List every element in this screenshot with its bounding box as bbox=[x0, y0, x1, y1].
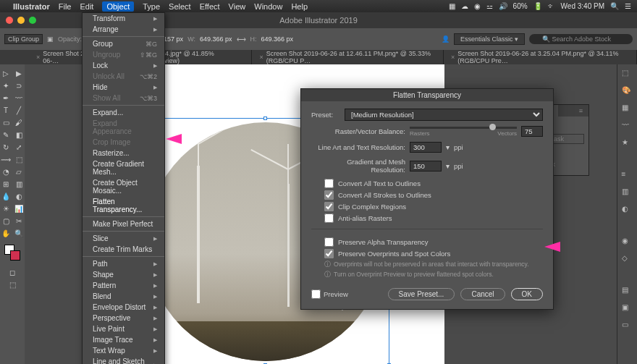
close-icon[interactable]: × bbox=[451, 54, 455, 61]
menu-help[interactable]: Help bbox=[291, 2, 308, 11]
cb-antialias[interactable] bbox=[324, 213, 334, 223]
brush-tool[interactable]: 🖌 bbox=[13, 117, 25, 128]
appearance-icon[interactable]: ◉ bbox=[622, 237, 633, 248]
spotlight-icon[interactable]: 🔍 bbox=[610, 2, 619, 10]
rotate-tool[interactable]: ↻ bbox=[0, 141, 12, 153]
menu-item[interactable]: Line and Sketch Art bbox=[83, 356, 164, 364]
wifi-indicator[interactable]: ᯤ bbox=[548, 2, 555, 10]
menu-item[interactable]: Arrange bbox=[83, 24, 164, 35]
balance-field[interactable] bbox=[521, 126, 543, 137]
menu-item[interactable]: Transform bbox=[83, 13, 164, 24]
menu-item[interactable]: Hide bbox=[83, 82, 164, 93]
swatch-icon[interactable]: ▣ bbox=[47, 35, 54, 43]
menu-item[interactable]: Perspective bbox=[83, 313, 164, 323]
cancel-button[interactable]: Cancel bbox=[460, 288, 505, 300]
cb-stroke-outlines[interactable] bbox=[324, 190, 334, 200]
save-preset-button[interactable]: Save Preset... bbox=[388, 288, 455, 300]
direct-select-tool[interactable]: ▶ bbox=[13, 67, 25, 79]
artboard-tool[interactable]: ▢ bbox=[0, 215, 12, 227]
symbol-tool[interactable]: ☀ bbox=[0, 203, 12, 214]
battery-icon[interactable]: 🔋 bbox=[533, 2, 542, 10]
fill-stroke[interactable] bbox=[4, 245, 20, 261]
transparency-icon[interactable]: ◐ bbox=[622, 205, 633, 216]
scale-tool[interactable]: ⤢ bbox=[13, 141, 25, 153]
graphic-styles-icon[interactable]: ◇ bbox=[622, 254, 633, 266]
gradient-icon[interactable]: ▥ bbox=[622, 187, 633, 199]
perspective-tool[interactable]: ▱ bbox=[13, 166, 25, 177]
menubar-icon[interactable]: ▦ bbox=[449, 2, 455, 10]
draw-mode[interactable]: ◻ bbox=[7, 266, 18, 278]
doc-tab[interactable]: ×Screen Shot 2019-06-26 at 12.46.11 PM.p… bbox=[252, 50, 444, 64]
eyedropper-tool[interactable]: 💧 bbox=[0, 190, 12, 202]
graph-tool[interactable]: 📊 bbox=[13, 203, 25, 214]
blend-tool[interactable]: ◐ bbox=[13, 190, 25, 202]
clock[interactable]: Wed 3:40 PM bbox=[561, 2, 604, 10]
menu-item[interactable]: Create Object Mosaic... bbox=[83, 177, 164, 196]
properties-icon[interactable]: ⬚ bbox=[622, 69, 633, 80]
asset-export-icon[interactable]: ▣ bbox=[622, 303, 633, 315]
width-tool[interactable]: ⟿ bbox=[0, 153, 12, 165]
slice-tool[interactable]: ✂ bbox=[13, 215, 25, 227]
magic-wand-tool[interactable]: ✦ bbox=[0, 80, 12, 91]
gradient-field[interactable] bbox=[410, 161, 442, 172]
type-tool[interactable]: T bbox=[0, 104, 12, 116]
menu-item[interactable]: Live Paint bbox=[83, 323, 164, 334]
hand-tool[interactable]: ✋ bbox=[0, 227, 12, 239]
brushes-icon[interactable]: 〰 bbox=[622, 121, 633, 132]
menu-item[interactable]: Group⌘G bbox=[83, 38, 164, 49]
screen-mode[interactable]: ⬚ bbox=[7, 279, 18, 290]
free-transform-tool[interactable]: ⬚ bbox=[13, 153, 25, 165]
ok-button[interactable]: OK bbox=[511, 288, 543, 300]
menu-item[interactable]: Text Wrap bbox=[83, 345, 164, 356]
app-name[interactable]: Illustrator bbox=[13, 2, 50, 11]
menu-item[interactable]: Rasterize... bbox=[83, 148, 164, 158]
close-icon[interactable]: × bbox=[259, 54, 263, 61]
curvature-tool[interactable]: 〰 bbox=[13, 92, 25, 103]
artboards-icon[interactable]: ▭ bbox=[622, 321, 633, 332]
lineart-field[interactable] bbox=[410, 142, 442, 153]
gradient-tool[interactable]: ▥ bbox=[13, 178, 25, 190]
eraser-tool[interactable]: ◧ bbox=[13, 129, 25, 140]
volume-icon[interactable]: 🔊 bbox=[499, 2, 507, 10]
cb-preserve-alpha[interactable] bbox=[324, 237, 334, 247]
minimize-window[interactable] bbox=[17, 17, 25, 24]
menu-item[interactable]: Lock bbox=[83, 60, 164, 71]
menu-item[interactable]: Path bbox=[83, 258, 164, 269]
menu-effect[interactable]: Effect bbox=[200, 2, 220, 11]
notif-icon[interactable]: ☰ bbox=[625, 2, 631, 10]
zoom-tool[interactable]: 🔍 bbox=[13, 227, 25, 239]
h-field[interactable]: 649.366 px bbox=[261, 35, 294, 43]
menu-object[interactable]: Object bbox=[102, 1, 134, 12]
menu-item[interactable]: Image Trace bbox=[83, 334, 164, 345]
shaper-tool[interactable]: ✎ bbox=[0, 129, 12, 140]
balance-slider[interactable] bbox=[410, 127, 517, 129]
menu-view[interactable]: View bbox=[229, 2, 246, 11]
menu-item[interactable]: Slice bbox=[83, 233, 164, 244]
menu-file[interactable]: File bbox=[59, 2, 72, 11]
menu-item[interactable]: Envelope Distort bbox=[83, 302, 164, 313]
search-stock[interactable]: 🔍 Search Adobe Stock bbox=[529, 34, 633, 44]
menu-item[interactable]: Make Pixel Perfect bbox=[83, 219, 164, 229]
menu-item[interactable]: Shape bbox=[83, 269, 164, 280]
preview-checkbox[interactable] bbox=[311, 289, 321, 299]
wifi-icon[interactable]: ⚍ bbox=[486, 2, 493, 10]
workspace-switcher[interactable]: Essentials Classic ▾ bbox=[454, 33, 525, 45]
preset-select[interactable]: [Medium Resolution] bbox=[345, 109, 543, 121]
selection-tool[interactable]: ▷ bbox=[0, 67, 12, 79]
menu-type[interactable]: Type bbox=[143, 2, 160, 11]
menu-window[interactable]: Window bbox=[254, 2, 282, 11]
maximize-window[interactable] bbox=[29, 17, 36, 24]
line-tool[interactable]: ╱ bbox=[13, 104, 25, 116]
menu-item[interactable]: Blend bbox=[83, 291, 164, 302]
w-field[interactable]: 649.366 px bbox=[200, 35, 232, 43]
panel-menu-icon[interactable]: ≡ bbox=[573, 105, 589, 117]
layers-icon[interactable]: ▤ bbox=[622, 286, 633, 297]
menu-item[interactable]: Expand... bbox=[83, 107, 164, 118]
menu-select[interactable]: Select bbox=[169, 2, 191, 11]
doc-tab[interactable]: ×Screen Shot 2019-06-26 at 3.25.04 PM.pn… bbox=[444, 50, 637, 64]
color-icon[interactable]: 🎨 bbox=[622, 86, 633, 98]
menu-item[interactable]: Pattern bbox=[83, 280, 164, 291]
cb-clip-regions[interactable] bbox=[324, 202, 334, 211]
menu-item[interactable]: Create Gradient Mesh... bbox=[83, 158, 164, 177]
cb-text-outlines[interactable] bbox=[324, 179, 334, 188]
